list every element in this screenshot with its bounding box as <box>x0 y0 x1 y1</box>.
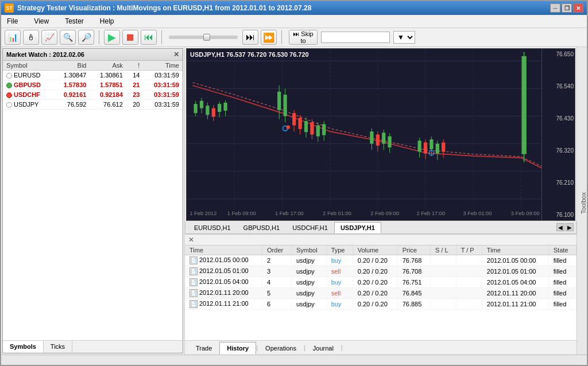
market-watch-close[interactable]: ✕ <box>173 50 179 59</box>
candle-chart-button[interactable]: 🕯 <box>23 30 39 45</box>
menu-help[interactable]: Help <box>96 16 118 26</box>
row-icon: 📄 <box>189 300 198 308</box>
title-controls: ─ ❐ ✕ <box>550 3 583 13</box>
bar-chart-button[interactable]: 📊 <box>5 30 21 45</box>
table-row[interactable]: 📄2012.01.05 04:00 4 usdjpy buy 0.20 / 0.… <box>185 277 577 288</box>
ask-cell: 0.92184 <box>90 90 126 100</box>
row-icon: 📄 <box>189 289 198 297</box>
toolbar: 📊 🕯 📈 🔍 🔎 ▶ ⏹ ⏮ ⏭ ⏩ ⏭ Skip to 2012.08.08… <box>1 28 587 47</box>
col-tp: T / P <box>456 246 482 255</box>
table-row[interactable]: EURUSD 1.30847 1.30861 14 03:31:59 <box>3 71 183 80</box>
tab-usdchf[interactable]: USDCHF,H1 <box>286 222 334 233</box>
menu-view[interactable]: View <box>30 16 52 26</box>
toolbar-separator-2 <box>161 30 162 44</box>
rewind-button[interactable]: ⏮ <box>141 30 157 45</box>
table-row[interactable]: 📄2012.01.11 20:00 5 usdjpy sell 0.20 / 0… <box>185 288 577 299</box>
minimize-button[interactable]: ─ <box>550 3 560 13</box>
type-cell: buy <box>326 255 353 266</box>
svg-rect-16 <box>200 101 203 108</box>
price-cell: 76.845 <box>397 288 430 299</box>
state-cell: filled <box>548 255 576 266</box>
col-price: Price <box>397 246 430 255</box>
state-cell: filled <box>548 288 576 299</box>
row-icon: 📄 <box>189 267 198 275</box>
sl-cell <box>430 288 456 299</box>
chart-canvas[interactable]: USDJPY,H1 76.537 76.720 76.530 76.720 <box>186 48 575 221</box>
tp-cell <box>456 255 482 266</box>
symbol-cell: usdjpy <box>292 277 327 288</box>
time-cell: 03:31:59 <box>143 80 183 90</box>
menu-file[interactable]: File <box>3 16 21 26</box>
next-button[interactable]: ⏩ <box>261 30 277 45</box>
chart-prev-button[interactable]: ◀ <box>556 223 564 231</box>
state-cell: filled <box>548 299 576 310</box>
time-cell: 📄2012.01.05 00:00 <box>185 255 262 266</box>
main-content: Market Watch : 2012.02.06 ✕ Symbol Bid A… <box>1 47 587 355</box>
price-label-6: 76.100 <box>543 212 574 218</box>
table-row[interactable]: USDCHF 0.92161 0.92184 23 03:31:59 <box>3 90 183 100</box>
table-row[interactable]: GBPUSD 1.57830 1.57851 21 03:31:59 <box>3 80 183 90</box>
zoom-out-button[interactable]: 🔎 <box>78 30 94 45</box>
bid-cell: 1.30847 <box>53 71 90 80</box>
spread-cell: 23 <box>126 90 144 100</box>
menu-tester[interactable]: Tester <box>61 16 87 26</box>
tab-symbols[interactable]: Symbols <box>3 341 44 353</box>
play-button[interactable]: ▶ <box>104 30 120 45</box>
skip-date-input[interactable]: 2012.08.08 00:00 <box>321 32 390 43</box>
bottom-tabs: Trade History | Operations | Journal | <box>185 340 577 355</box>
price-cell: 76.708 <box>397 266 430 277</box>
market-watch-table: Symbol Bid Ask ! Time EURUSD 1.30847 <box>3 61 183 340</box>
symbol-icon-usdchf <box>6 92 12 98</box>
menu-bar: File View Tester Help <box>1 15 587 28</box>
bottom-close-button[interactable]: ✕ <box>188 236 194 244</box>
col-time: Time <box>143 61 183 71</box>
left-panel: Market Watch : 2012.02.06 ✕ Symbol Bid A… <box>1 47 185 355</box>
tab-trade[interactable]: Trade <box>188 342 219 355</box>
table-row[interactable]: 📄2012.01.11 21:00 6 usdjpy buy 0.20 / 0.… <box>185 299 577 310</box>
tab-journal[interactable]: Journal <box>305 342 341 355</box>
table-row[interactable]: 📄2012.01.05 00:00 2 usdjpy buy 0.20 / 0.… <box>185 255 577 266</box>
svg-point-62 <box>287 125 290 129</box>
tab-ticks[interactable]: Ticks <box>44 341 72 353</box>
svg-rect-32 <box>298 118 301 129</box>
order-cell: 3 <box>262 266 292 277</box>
col-order: Order <box>262 246 292 255</box>
svg-rect-18 <box>206 106 209 115</box>
svg-rect-26 <box>277 92 281 110</box>
spread-cell: 21 <box>126 80 144 90</box>
skip-icon-button[interactable]: ⏭ Skip to <box>289 30 318 45</box>
step-forward-button[interactable]: ⏭ <box>242 30 258 45</box>
tab-gbpusd[interactable]: GBPUSD,H1 <box>237 222 287 233</box>
type-cell: buy <box>326 277 353 288</box>
col-time2: Time <box>482 246 548 255</box>
time-label-8: 3 Feb 09:00 <box>511 210 540 216</box>
order-cell: 4 <box>262 277 292 288</box>
bottom-table[interactable]: Time Order Symbol Type Volume Price S / … <box>185 246 577 340</box>
time2-cell: 2012.01.11 20:00 <box>482 288 548 299</box>
spread-cell: 14 <box>126 71 144 80</box>
chart-svg: 1 Feb 2012 1 Feb 09:00 1 Feb 17:00 2 Feb… <box>187 49 575 220</box>
svg-rect-30 <box>292 113 296 125</box>
time-cell: 03:31:59 <box>143 90 183 100</box>
tab-history[interactable]: History <box>219 342 256 355</box>
speed-slider[interactable] <box>169 36 238 39</box>
tab-operations[interactable]: Operations <box>258 342 304 355</box>
close-button[interactable]: ✕ <box>573 3 583 13</box>
sl-cell <box>430 255 456 266</box>
chart-next-button[interactable]: ▶ <box>566 223 574 231</box>
stop-button[interactable]: ⏹ <box>122 30 138 45</box>
line-chart-button[interactable]: 📈 <box>41 30 57 45</box>
svg-rect-14 <box>194 104 197 113</box>
table-row[interactable]: USDJPY 76.592 76.612 20 03:31:59 <box>3 100 183 110</box>
restore-button[interactable]: ❐ <box>562 3 572 13</box>
toolbox-label[interactable]: Toolbox <box>577 47 587 355</box>
tab-usdjpy[interactable]: USDJPY,H1 <box>334 222 381 233</box>
svg-rect-24 <box>223 103 227 111</box>
zoom-in-button[interactable]: 🔍 <box>60 30 76 45</box>
window-title: Strategy Tester Visualization : MultiMov… <box>17 4 311 12</box>
skip-dropdown[interactable]: ▼ <box>393 31 415 44</box>
symbol-cell: usdjpy <box>292 299 327 310</box>
tab-eurusd[interactable]: EURUSD,H1 <box>188 222 237 233</box>
table-row[interactable]: 📄2012.01.05 01:00 3 usdjpy sell 0.20 / 0… <box>185 266 577 277</box>
price-label-1: 76.650 <box>543 51 574 57</box>
